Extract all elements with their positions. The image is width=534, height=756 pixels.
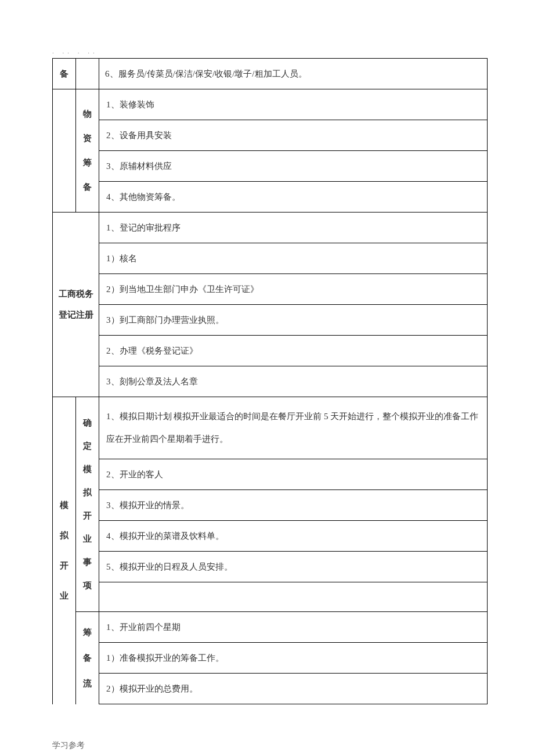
row1-content: 6、服务员/传菜员/保洁/保安/收银/墩子/粗加工人员。 [99, 58, 488, 89]
table-row: 模 拟 开 业 确 定 模 拟 开 业 事 项 1、模拟日期计划 模拟开业最适合… [53, 397, 488, 611]
row4-sub2-content: 1、开业前四个星期 1）准备模拟开业的筹备工作。 2）模拟开业的总费用。 [99, 611, 488, 704]
vert-char: 项 [83, 578, 92, 592]
list-item: 2、开业的客人 [99, 459, 487, 490]
list-item: 1、装修装饰 [99, 89, 487, 120]
vert-char: 备 [83, 651, 92, 665]
list-item: 1）核名 [99, 243, 487, 274]
vert-char: 筹 [83, 156, 92, 170]
list-item: 1、模拟日期计划 模拟开业最适合的时间是在餐厅开业前 5 天开始进行，整个模拟开… [99, 397, 487, 459]
vert-char: 模 [83, 462, 92, 476]
list-item: 3、刻制公章及法人名章 [99, 366, 487, 397]
list-item: 2）模拟开业的总费用。 [99, 674, 487, 704]
vert-char: 备 [83, 180, 92, 194]
list-item: 3、模拟开业的情景。 [99, 490, 487, 521]
row2-sub-label: 物 资 筹 备 [76, 89, 99, 212]
vert-char: 业 [83, 532, 92, 546]
list-item: 2、设备用具安装 [99, 120, 487, 151]
row4-sub2-label: 筹 备 流 [76, 611, 99, 704]
vert-char: 流 [83, 676, 92, 690]
document-table: 备 6、服务员/传菜员/保洁/保安/收银/墩子/粗加工人员。 物 资 筹 备 1… [52, 58, 488, 704]
table-row: 工商税务登记注册 1、登记的审批程序 1）核名 2）到当地卫生部门申办《卫生许可… [53, 212, 488, 397]
row2-left-empty [53, 89, 76, 212]
row1-left-cell: 备 [53, 58, 76, 89]
list-item: 2）到当地卫生部门申办《卫生许可证》 [99, 274, 487, 305]
vert-char: 拟 [83, 485, 92, 499]
row1-left-label: 备 [60, 67, 68, 81]
vert-char: 筹 [83, 625, 92, 639]
vert-char: 物 [83, 107, 92, 121]
row4-sub1-content: 1、模拟日期计划 模拟开业最适合的时间是在餐厅开业前 5 天开始进行，整个模拟开… [99, 397, 488, 611]
vert-char: 确 [83, 416, 92, 430]
row2-content: 1、装修装饰 2、设备用具安装 3、原辅材料供应 4、其他物资筹备。 [99, 89, 488, 212]
row4-side: 模 拟 开 业 [53, 397, 76, 704]
row3-head-text: 工商税务登记注册 [59, 289, 93, 319]
vert-char: 事 [83, 555, 92, 569]
list-item: 1）准备模拟开业的筹备工作。 [99, 643, 487, 674]
footer-text: 学习参考 [52, 739, 488, 752]
vert-char: 业 [60, 589, 68, 603]
list-item: 3）到工商部门办理营业执照。 [99, 305, 487, 336]
row3-content: 1、登记的审批程序 1）核名 2）到当地卫生部门申办《卫生许可证》 3）到工商部… [99, 212, 488, 397]
list-item: 2、办理《税务登记证》 [99, 336, 487, 366]
vert-char: 拟 [60, 528, 68, 542]
vert-char: 开 [83, 509, 92, 523]
row4-sub1-label: 确 定 模 拟 开 业 事 项 [76, 397, 99, 611]
row1-mid-empty [76, 58, 99, 89]
vert-char: 模 [60, 498, 68, 512]
vert-char: 开 [60, 559, 68, 573]
vert-char: 资 [83, 131, 92, 145]
vert-char: 定 [83, 439, 92, 453]
list-item: 1、登记的审批程序 [99, 213, 487, 243]
table-row: 备 6、服务员/传菜员/保洁/保安/收银/墩子/粗加工人员。 [53, 58, 488, 89]
table-row: 物 资 筹 备 1、装修装饰 2、设备用具安装 3、原辅材料供应 4、其他物资筹… [53, 89, 488, 212]
list-item: 1、开业前四个星期 [99, 612, 487, 643]
list-item: 4、其他物资筹备。 [99, 182, 487, 212]
list-item: 4、模拟开业的菜谱及饮料单。 [99, 521, 487, 552]
table-row: 筹 备 流 1、开业前四个星期 1）准备模拟开业的筹备工作。 2）模拟开业的总费… [53, 611, 488, 704]
list-item [99, 582, 487, 611]
row3-head: 工商税务登记注册 [53, 212, 99, 397]
header-marks: . .. . .. [52, 46, 488, 57]
list-item: 5、模拟开业的日程及人员安排。 [99, 552, 487, 582]
list-item: 3、原辅材料供应 [99, 151, 487, 182]
